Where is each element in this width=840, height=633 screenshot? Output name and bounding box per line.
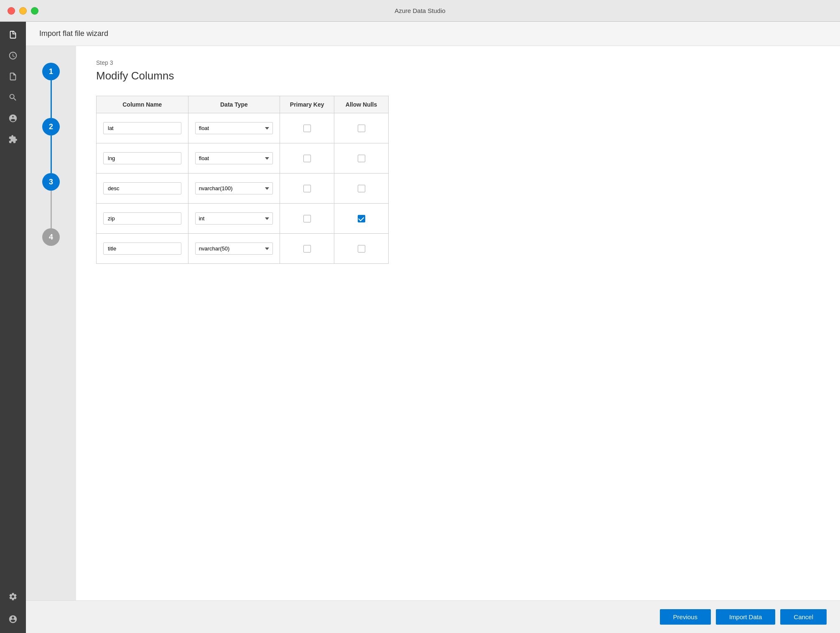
row-2-nulls-cell	[334, 174, 389, 204]
row-1-pk-cell	[280, 143, 334, 174]
row-0-name-cell	[97, 113, 188, 143]
sidebar-item-extensions[interactable]	[4, 130, 22, 148]
wizard-content: 1 2 3 4	[26, 46, 840, 600]
sidebar-item-account[interactable]	[4, 610, 22, 628]
step-connector-2-3	[51, 135, 52, 173]
row-3-pk-cell	[280, 204, 334, 234]
sidebar-item-git[interactable]	[4, 110, 22, 127]
col-header-pk: Primary Key	[280, 96, 334, 113]
row-2-nulls-checkbox[interactable]	[358, 185, 365, 192]
row-4-name-cell	[97, 234, 188, 264]
previous-button[interactable]: Previous	[660, 609, 711, 625]
row-2-pk-cell	[280, 174, 334, 204]
title-bar: Azure Data Studio	[0, 0, 840, 22]
sidebar	[0, 22, 26, 633]
table-row: floatintnvarchar(50)nvarchar(100)varchar…	[97, 174, 389, 204]
row-0-name-input[interactable]	[103, 122, 181, 134]
row-2-name-cell	[97, 174, 188, 204]
table-row: floatintnvarchar(50)nvarchar(100)varchar…	[97, 143, 389, 174]
row-2-pk-checkbox[interactable]	[303, 185, 311, 192]
table-row: floatintnvarchar(50)nvarchar(100)varchar…	[97, 204, 389, 234]
row-0-pk-checkbox[interactable]	[303, 125, 311, 132]
row-1-nulls-cell	[334, 143, 389, 174]
step-4-circle: 4	[42, 228, 60, 246]
step-label: Step 3	[96, 59, 820, 66]
row-1-name-cell	[97, 143, 188, 174]
step-2-circle: 2	[42, 118, 60, 135]
minimize-button[interactable]	[19, 7, 27, 15]
window-controls	[8, 7, 38, 15]
sidebar-item-files[interactable]	[4, 26, 22, 43]
row-1-pk-checkbox[interactable]	[303, 155, 311, 162]
steps-column: 1 2 3 4	[42, 63, 60, 246]
wizard-title: Import flat file wizard	[39, 29, 108, 38]
step-3-circle: 3	[42, 173, 60, 191]
sidebar-item-search[interactable]	[4, 89, 22, 106]
step-connector-3-4	[51, 191, 52, 228]
row-3-nulls-checkbox[interactable]	[358, 215, 365, 222]
row-0-type-cell: floatintnvarchar(50)nvarchar(100)varchar…	[188, 113, 280, 143]
row-3-nulls-cell	[334, 204, 389, 234]
row-0-nulls-checkbox[interactable]	[358, 125, 365, 132]
row-1-name-input[interactable]	[103, 152, 181, 164]
row-1-type-cell: floatintnvarchar(50)nvarchar(100)varchar…	[188, 143, 280, 174]
step-1-circle: 1	[42, 63, 60, 80]
row-4-type-select[interactable]: floatintnvarchar(50)nvarchar(100)varchar…	[195, 242, 273, 255]
row-2-type-cell: floatintnvarchar(50)nvarchar(100)varchar…	[188, 174, 280, 204]
row-3-type-cell: floatintnvarchar(50)nvarchar(100)varchar…	[188, 204, 280, 234]
app-title: Azure Data Studio	[395, 7, 445, 14]
import-data-button[interactable]: Import Data	[716, 609, 775, 625]
table-row: floatintnvarchar(50)nvarchar(100)varchar…	[97, 234, 389, 264]
row-1-nulls-checkbox[interactable]	[358, 155, 365, 162]
row-4-type-cell: floatintnvarchar(50)nvarchar(100)varchar…	[188, 234, 280, 264]
sidebar-item-new-query[interactable]	[4, 68, 22, 85]
row-4-name-input[interactable]	[103, 242, 181, 255]
row-4-pk-cell	[280, 234, 334, 264]
row-2-name-input[interactable]	[103, 182, 181, 194]
row-4-nulls-checkbox[interactable]	[358, 245, 365, 253]
col-header-nulls: Allow Nulls	[334, 96, 389, 113]
row-3-type-select[interactable]: floatintnvarchar(50)nvarchar(100)varchar…	[195, 212, 273, 225]
columns-table: Column Name Data Type Primary Key Allow …	[96, 96, 389, 264]
maximize-button[interactable]	[31, 7, 38, 15]
row-4-nulls-cell	[334, 234, 389, 264]
row-3-name-cell	[97, 204, 188, 234]
wizard-footer: Previous Import Data Cancel	[26, 600, 840, 633]
close-button[interactable]	[8, 7, 15, 15]
row-3-name-input[interactable]	[103, 212, 181, 225]
row-4-pk-checkbox[interactable]	[303, 245, 311, 253]
cancel-button[interactable]: Cancel	[780, 609, 827, 625]
sidebar-item-settings[interactable]	[4, 588, 22, 605]
form-area: Step 3 Modify Columns Column Name Data T…	[76, 46, 840, 600]
col-header-type: Data Type	[188, 96, 280, 113]
row-2-type-select[interactable]: floatintnvarchar(50)nvarchar(100)varchar…	[195, 182, 273, 194]
row-1-type-select[interactable]: floatintnvarchar(50)nvarchar(100)varchar…	[195, 152, 273, 164]
row-3-pk-checkbox[interactable]	[303, 215, 311, 222]
table-row: floatintnvarchar(50)nvarchar(100)varchar…	[97, 113, 389, 143]
step-connector-1-2	[51, 80, 52, 118]
row-0-nulls-cell	[334, 113, 389, 143]
step-panel: 1 2 3 4	[26, 46, 76, 600]
row-0-type-select[interactable]: floatintnvarchar(50)nvarchar(100)varchar…	[195, 122, 273, 134]
row-0-pk-cell	[280, 113, 334, 143]
wizard-header: Import flat file wizard	[26, 22, 840, 46]
col-header-name: Column Name	[97, 96, 188, 113]
main-area: Import flat file wizard 1 2	[26, 22, 840, 633]
sidebar-item-history[interactable]	[4, 47, 22, 64]
step-title: Modify Columns	[96, 69, 820, 82]
